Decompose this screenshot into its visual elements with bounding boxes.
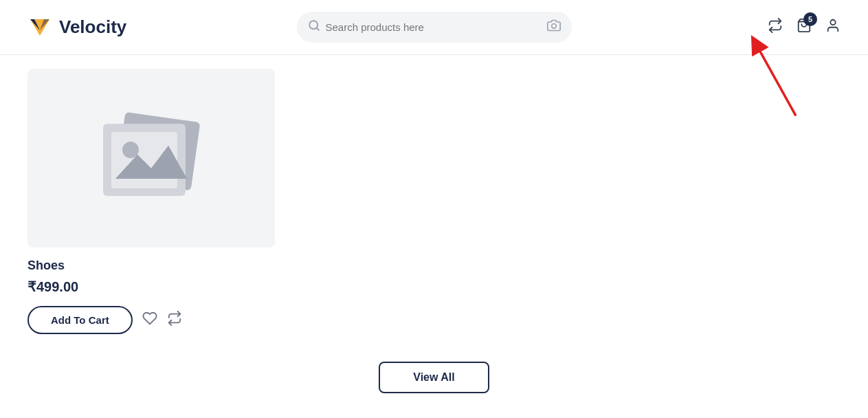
search-icon <box>308 19 320 35</box>
header: Velocity <box>0 0 868 55</box>
svg-point-14 <box>122 142 139 158</box>
product-image <box>27 69 275 248</box>
svg-point-7 <box>830 19 835 24</box>
wishlist-icon[interactable] <box>142 311 157 329</box>
compare-product-icon[interactable] <box>167 311 182 329</box>
compare-icon[interactable] <box>768 18 783 37</box>
product-card: Shoes ₹499.00 Add To Cart <box>27 69 275 334</box>
cart-icon[interactable]: 5 <box>797 18 812 37</box>
cart-badge: 5 <box>803 12 817 26</box>
add-to-cart-button[interactable]: Add To Cart <box>27 306 133 334</box>
search-bar <box>297 12 572 43</box>
logo-link[interactable]: Velocity <box>27 15 126 40</box>
search-input[interactable] <box>326 21 542 33</box>
main-content: Shoes ₹499.00 Add To Cart <box>0 55 868 393</box>
user-icon[interactable] <box>825 18 841 37</box>
view-all-section: View All <box>27 334 841 393</box>
product-grid: Shoes ₹499.00 Add To Cart <box>27 55 841 334</box>
product-price: ₹499.00 <box>27 278 275 295</box>
view-all-button[interactable]: View All <box>379 362 489 393</box>
logo-icon <box>27 15 52 40</box>
header-actions: 5 <box>768 18 841 37</box>
product-name: Shoes <box>27 258 275 273</box>
svg-line-4 <box>316 28 318 30</box>
camera-icon[interactable] <box>547 19 561 36</box>
placeholder-image-svg <box>82 96 220 220</box>
product-actions: Add To Cart <box>27 306 275 334</box>
svg-point-5 <box>551 24 556 29</box>
logo-text: Velocity <box>59 16 126 38</box>
